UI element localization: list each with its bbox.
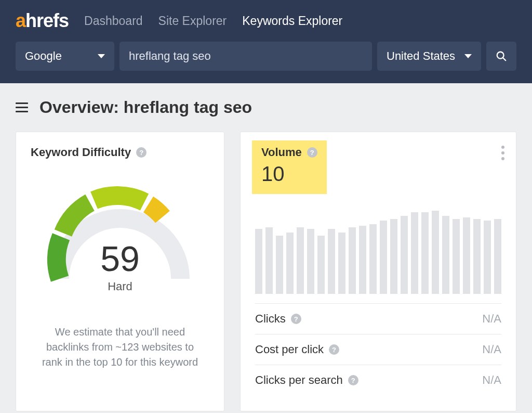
help-icon[interactable]: ? bbox=[307, 147, 317, 158]
chart-bar bbox=[432, 211, 439, 294]
metric-value: N/A bbox=[482, 343, 501, 356]
volume-card: Volume ? 10 Clicks ? N/A Cost per click … bbox=[240, 132, 516, 411]
kd-label: Hard bbox=[42, 280, 198, 293]
chart-bar bbox=[286, 233, 294, 294]
chart-bar bbox=[369, 224, 377, 294]
metric-value: N/A bbox=[482, 312, 501, 326]
help-icon[interactable]: ? bbox=[329, 344, 339, 355]
chevron-down-icon bbox=[464, 54, 472, 58]
chart-bar bbox=[390, 219, 397, 294]
brand-logo[interactable]: ahrefs bbox=[16, 10, 69, 32]
metric-label: Cost per click ? bbox=[255, 343, 339, 356]
metric-label: Clicks per search ? bbox=[255, 373, 358, 387]
engine-label: Google bbox=[25, 49, 62, 63]
kd-title-row: Keyword Difficulty ? bbox=[31, 146, 209, 159]
help-icon[interactable]: ? bbox=[348, 375, 358, 385]
chart-bar bbox=[494, 219, 501, 294]
nav-dashboard[interactable]: Dashboard bbox=[84, 14, 143, 28]
keyword-difficulty-card: Keyword Difficulty ? 59 Hard We estimate… bbox=[16, 132, 224, 411]
metric-row: Clicks ? N/A bbox=[255, 303, 501, 334]
country-label: United States bbox=[387, 49, 455, 63]
chart-bar bbox=[317, 236, 325, 294]
chart-bar bbox=[401, 216, 408, 294]
search-row: Google United States bbox=[16, 42, 516, 71]
keyword-input[interactable] bbox=[129, 49, 363, 63]
chevron-down-icon bbox=[98, 54, 105, 58]
chart-bar bbox=[307, 229, 314, 294]
metric-value: N/A bbox=[482, 373, 501, 387]
kd-gauge: 59 Hard bbox=[42, 177, 198, 300]
volume-value: 10 bbox=[261, 162, 317, 186]
card-grid: Keyword Difficulty ? 59 Hard We estimate… bbox=[0, 126, 532, 413]
metric-row: Cost per click ? N/A bbox=[255, 334, 501, 365]
chart-bar bbox=[453, 219, 460, 294]
page-header: Overview: hreflang tag seo bbox=[0, 83, 532, 126]
nav-row: ahrefs Dashboard Site Explorer Keywords … bbox=[16, 0, 516, 42]
chart-bar bbox=[276, 236, 283, 294]
more-menu-icon[interactable] bbox=[501, 146, 504, 160]
search-icon bbox=[496, 50, 507, 62]
kd-title: Keyword Difficulty bbox=[31, 146, 131, 159]
volume-highlight: Volume ? 10 bbox=[252, 140, 327, 194]
chart-bar bbox=[265, 227, 273, 294]
chart-bar bbox=[463, 217, 470, 294]
chart-bar bbox=[380, 221, 387, 294]
search-button[interactable] bbox=[486, 42, 516, 71]
nav-keywords-explorer[interactable]: Keywords Explorer bbox=[242, 14, 342, 28]
kd-estimate-text: We estimate that you'll need backlinks f… bbox=[31, 325, 209, 370]
metric-label: Clicks ? bbox=[255, 312, 301, 326]
help-icon[interactable]: ? bbox=[291, 314, 301, 324]
metric-row: Clicks per search ? N/A bbox=[255, 365, 501, 395]
chart-bar bbox=[255, 229, 262, 294]
chart-bar bbox=[297, 227, 304, 294]
help-icon[interactable]: ? bbox=[136, 147, 147, 158]
top-nav: ahrefs Dashboard Site Explorer Keywords … bbox=[0, 0, 532, 83]
kd-gauge-wrap: 59 Hard We estimate that you'll need bac… bbox=[31, 177, 209, 370]
menu-icon[interactable] bbox=[16, 102, 28, 112]
keyword-input-wrapper[interactable] bbox=[119, 42, 372, 71]
svg-line-1 bbox=[503, 58, 506, 61]
chart-bar bbox=[473, 219, 481, 294]
volume-metrics: Clicks ? N/A Cost per click ? N/A Clicks… bbox=[255, 303, 501, 395]
search-engine-select[interactable]: Google bbox=[16, 42, 114, 71]
chart-bar bbox=[359, 226, 366, 294]
kd-value: 59 bbox=[42, 238, 198, 279]
page-title: Overview: hreflang tag seo bbox=[39, 98, 252, 117]
volume-trend-chart bbox=[255, 211, 501, 294]
brand-prefix: a bbox=[16, 10, 25, 31]
country-select[interactable]: United States bbox=[377, 42, 481, 71]
chart-bar bbox=[349, 227, 356, 294]
brand-rest: hrefs bbox=[25, 10, 69, 31]
volume-title: Volume bbox=[261, 146, 302, 159]
chart-bar bbox=[421, 212, 429, 294]
chart-bar bbox=[338, 233, 345, 294]
chart-bar bbox=[484, 221, 491, 294]
nav-site-explorer[interactable]: Site Explorer bbox=[158, 14, 227, 28]
chart-bar bbox=[411, 212, 418, 294]
chart-bar bbox=[442, 216, 449, 294]
chart-bar bbox=[328, 229, 335, 294]
